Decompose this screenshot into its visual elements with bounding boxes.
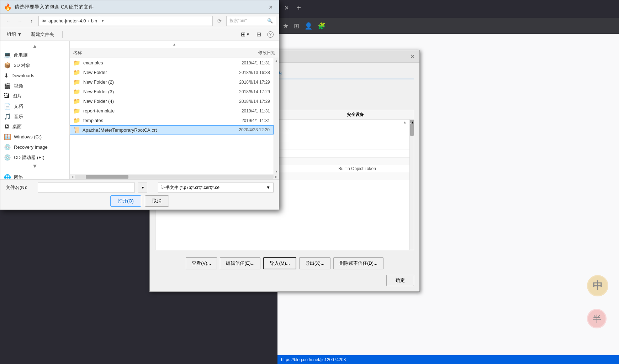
file-dialog-body: ▲ 💻 此电脑 📦 3D 对象 ⬇ Downloads 🎬 视频 🖼 图片 [0, 41, 279, 179]
file-row-newfolder3[interactable]: 📁 New Folder (3) 2018/8/14 17:29 [70, 87, 274, 96]
breadcrumb-part1[interactable]: apache-jmeter-4.0 [48, 18, 86, 23]
sidebar-label-documents: 文档 [14, 103, 23, 110]
cancel-btn[interactable]: 取消 [145, 195, 169, 207]
hscroll-right-btn[interactable]: ► [274, 174, 279, 180]
sidebar-scroll-down[interactable]: ▼ [0, 163, 69, 170]
sidebar-item-windows[interactable]: 🪟 Windows (C:) [0, 132, 69, 142]
file-dialog-titlebar: 🔥 请选择要导入的包含 CA 证书的文件 ✕ [0, 0, 279, 14]
filetype-select[interactable]: 证书文件 (*.p7b;*.crt;*.cert;*.ce ▼ [158, 183, 274, 192]
cert-row-device-1 [338, 134, 402, 139]
nav-back-btn[interactable]: ← [3, 16, 13, 26]
search-bar: 搜索"bin" 🔍 [226, 16, 276, 26]
cert-export-btn[interactable]: 导出(X)... [299, 257, 330, 269]
cert-delete-btn[interactable]: 删除或不信任(D)... [333, 257, 383, 269]
open-btn[interactable]: 打开(O) [110, 195, 141, 207]
organize-btn[interactable]: 组织 ▼ [4, 30, 25, 39]
nav-forward-btn[interactable]: → [15, 16, 25, 26]
file-row-templates[interactable]: 📁 templates 2019/4/1 11:31 [70, 116, 274, 125]
sidebar-label-recovery: Recovery Image [14, 144, 48, 150]
firefox-account-icon[interactable]: 👤 [305, 22, 312, 30]
sidebar-item-music[interactable]: 🎵 音乐 [0, 111, 69, 122]
sidebar-item-recovery[interactable]: 💿 Recovery Image [0, 142, 69, 152]
desktop-icon: 🖥 [4, 123, 10, 130]
file-date-examples: 2019/4/1 11:31 [213, 60, 270, 65]
main-hscrollbar[interactable]: ◄ ► [70, 174, 279, 179]
cert-import-btn[interactable]: 导入(M)... [263, 257, 296, 269]
cert-ok-area: 确定 [155, 275, 414, 286]
tab-close-btn[interactable]: ✕ [281, 3, 292, 14]
sidebar-item-video[interactable]: 🎬 视频 [0, 81, 69, 91]
recovery-icon: 💿 [4, 144, 11, 151]
main-vscrollbar[interactable]: ▲ ▼ [274, 58, 279, 174]
cert-ok-btn[interactable]: 确定 [386, 275, 414, 286]
status-bar: https://blog.csdn.net/jjc120074203 [277, 355, 619, 364]
cert-manager-close-btn[interactable]: ✕ [409, 53, 416, 60]
sidebar-item-documents[interactable]: 📄 文档 [0, 101, 69, 111]
file-list-header: 名称 修改日期 [70, 48, 279, 58]
file-list-scroll: 📁 examples 2019/4/1 11:31 📁 New Folder 2… [70, 58, 279, 174]
file-date-templates: 2019/4/1 11:31 [213, 118, 270, 123]
sidebar-item-downloads[interactable]: ⬇ Downloads [0, 70, 69, 81]
sidebar-item-3d[interactable]: 📦 3D 对象 [0, 60, 69, 70]
breadcrumb-part2[interactable]: bin [91, 18, 97, 23]
hscroll-track [75, 175, 274, 179]
cd-icon: 💿 [4, 154, 11, 161]
sidebar: ▲ 💻 此电脑 📦 3D 对象 ⬇ Downloads 🎬 视频 🖼 图片 [0, 41, 70, 179]
firefox-nav-icon2[interactable]: ⊞ [294, 22, 299, 30]
vscroll-down-btn[interactable]: ▼ [274, 169, 279, 174]
cert-edit-btn[interactable]: 编辑信任(E)... [220, 257, 260, 269]
file-row-crt[interactable]: 📜 ApacheJMeterTemporaryRootCA.crt 2020/4… [70, 125, 274, 134]
tab-add-btn[interactable]: + [293, 3, 304, 14]
firefox-nav-icon[interactable]: ★ [283, 22, 289, 30]
pictures-icon: 🖼 [4, 93, 10, 99]
sidebar-item-pictures[interactable]: 🖼 图片 [0, 91, 69, 101]
breadcrumb-bar[interactable]: ≫ apache-jmeter-4.0 › bin ▼ [38, 16, 213, 26]
nav-up-btn[interactable]: ↑ [27, 16, 37, 26]
col-up-arrow: ▲ [173, 42, 176, 46]
file-row-newfolder4[interactable]: 📁 New Folder (4) 2018/8/14 17:29 [70, 96, 274, 106]
search-icon[interactable]: 🔍 [267, 18, 273, 23]
firefox-ext-icon[interactable]: 🧩 [318, 22, 326, 30]
sidebar-scroll-up[interactable]: ▲ [0, 43, 69, 50]
sidebar-item-computer[interactable]: 💻 此电脑 [0, 50, 69, 60]
col-name-header[interactable]: 名称 [73, 50, 218, 56]
file-name-templates: templates [83, 118, 210, 123]
folder-icon-templates: 📁 [73, 117, 80, 124]
status-url: https://blog.csdn.net/jjc120074203 [281, 357, 346, 362]
new-folder-label: 新建文件夹 [31, 31, 54, 38]
cert-view-btn[interactable]: 查看(V)... [186, 257, 217, 269]
toolbar-right: ⊞ ▼ ⊟ ? [239, 30, 275, 39]
sidebar-item-cd[interactable]: 💿 CD 驱动器 (E:) [0, 152, 69, 163]
file-date-report: 2019/4/1 11:31 [213, 109, 270, 114]
file-row-newfolder[interactable]: 📁 New Folder 2018/8/13 16:38 [70, 68, 274, 77]
cert-scrollbar[interactable]: ▲ [409, 120, 414, 250]
nav-refresh-btn[interactable]: ⟳ [215, 16, 224, 26]
downloads-icon: ⬇ [4, 72, 9, 79]
file-date-newfolder4: 2018/8/14 17:29 [213, 99, 270, 104]
cert-file-icon: 📜 [74, 127, 80, 133]
vscroll-up-btn[interactable]: ▲ [274, 58, 279, 63]
col-scroll-up[interactable]: ▲ [70, 41, 279, 48]
sidebar-item-desktop[interactable]: 🖥 桌面 [0, 122, 69, 132]
sidebar-item-network[interactable]: 🌐 网络 [0, 172, 69, 179]
filename-dropdown-btn[interactable]: ▼ [138, 183, 147, 192]
col-date-header[interactable]: 修改日期 [218, 50, 275, 56]
scroll-up-btn[interactable]: ▲ [410, 120, 414, 123]
file-row-newfolder2[interactable]: 📁 New Folder (2) 2018/8/14 17:29 [70, 77, 274, 87]
file-row-report[interactable]: 📁 report-template 2019/4/1 11:31 [70, 106, 274, 116]
help-btn[interactable]: ? [265, 30, 275, 39]
file-row-examples[interactable]: 📁 examples 2019/4/1 11:31 [70, 58, 274, 68]
view-detail-btn[interactable]: ⊟ [254, 30, 264, 39]
file-name-report: report-template [83, 108, 210, 114]
firefox-nav-bar: ★ ⊞ 👤 🧩 [277, 18, 619, 34]
folder-icon-newfolder: 📁 [73, 69, 80, 76]
filename-input[interactable] [38, 183, 135, 192]
new-folder-btn[interactable]: 新建文件夹 [28, 30, 57, 39]
cert-device-accvraiz1: Builtin Object Token [338, 166, 402, 171]
view-toggle-btn[interactable]: ⊞ ▼ [239, 30, 252, 39]
breadcrumb-dropdown-btn[interactable]: ▼ [99, 16, 106, 26]
hscroll-left-btn[interactable]: ◄ [70, 174, 75, 180]
file-dialog-close-btn[interactable]: ✕ [266, 2, 275, 12]
cert-action-buttons: 查看(V)... 编辑信任(E)... 导入(M)... 导出(X)... 删除… [155, 257, 414, 269]
file-name-newfolder: New Folder [83, 70, 210, 75]
